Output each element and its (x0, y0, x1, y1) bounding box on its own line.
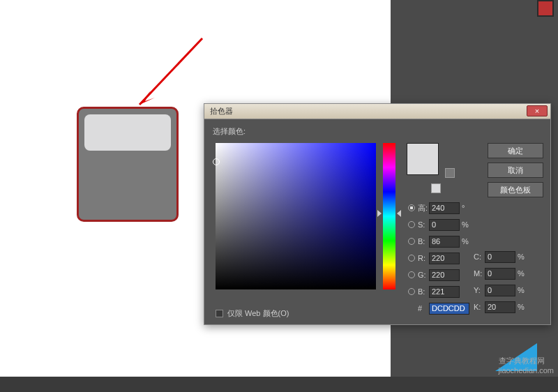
hex-input[interactable] (429, 303, 469, 315)
dialog-titlebar[interactable]: 拾色器 × (204, 104, 550, 119)
color-picker-dialog: 拾色器 × 选择颜色: 确定 取消 颜色色板 高:° S:% B:% R: G:… (204, 103, 551, 325)
hue-slider[interactable] (383, 143, 395, 289)
r-radio[interactable] (408, 255, 415, 262)
r-input[interactable] (429, 252, 460, 264)
b2-input[interactable] (429, 286, 460, 298)
h-radio[interactable] (408, 204, 415, 211)
c-unit: % (518, 252, 527, 261)
c-label: C: (474, 252, 485, 261)
h-unit: ° (462, 204, 472, 212)
web-colors-label: 仅限 Web 颜色(O) (227, 308, 289, 319)
sv-cursor-icon (213, 158, 220, 165)
b2-radio[interactable] (408, 288, 415, 295)
b-unit: % (462, 237, 472, 246)
watermark-line: 查字典教程网 (499, 356, 555, 366)
b2-label: B: (418, 287, 429, 296)
c-input[interactable] (485, 251, 515, 263)
hue-pointer-right-icon (397, 210, 401, 217)
web-colors-checkbox[interactable] (216, 310, 223, 317)
swatches-button[interactable]: 颜色色板 (488, 182, 543, 197)
swatch-new (407, 144, 438, 159)
y-label: Y: (474, 286, 485, 294)
m-label: M: (474, 269, 485, 278)
s-input[interactable] (429, 219, 460, 231)
b-input[interactable] (429, 236, 460, 248)
watermark-text: 查字典教程网 jiaochedian.com (499, 356, 555, 375)
s-label: S: (418, 220, 429, 229)
g-input[interactable] (429, 269, 460, 281)
b-radio[interactable] (408, 238, 415, 245)
close-button[interactable]: × (527, 105, 548, 116)
color-swatch[interactable] (407, 143, 439, 175)
ok-button[interactable]: 确定 (488, 143, 543, 158)
m-input[interactable] (485, 268, 515, 280)
drawn-rect-shape[interactable] (77, 107, 179, 222)
h-label: 高: (418, 203, 429, 213)
k-label: K: (474, 303, 485, 311)
status-bar (0, 377, 558, 392)
shape-highlight-region (84, 114, 171, 151)
y-unit: % (518, 286, 527, 294)
b-label: B: (418, 237, 429, 246)
hex-label: # (418, 304, 429, 312)
cmyk-fields: C:% M:% Y:% K:% (474, 249, 527, 316)
dialog-buttons: 确定 取消 颜色色板 (488, 143, 543, 202)
watermark-line: jiaochedian.com (499, 366, 555, 375)
k-input[interactable] (485, 301, 515, 313)
dialog-title: 拾色器 (210, 107, 233, 115)
hue-pointer-left-icon (377, 210, 382, 217)
dialog-body: 选择颜色: 确定 取消 颜色色板 高:° S:% B:% R: G: B: # (204, 119, 550, 326)
sv-picker[interactable] (216, 143, 376, 289)
swatch-old (407, 159, 438, 174)
toolbox-icon[interactable] (537, 0, 554, 17)
h-input[interactable] (429, 202, 460, 214)
gamut-warning-icon[interactable] (445, 168, 455, 178)
r-label: R: (418, 254, 429, 262)
cancel-button[interactable]: 取消 (488, 163, 543, 178)
m-unit: % (518, 269, 527, 278)
hsb-rgb-fields: 高:° S:% B:% R: G: B: # (408, 200, 472, 317)
s-radio[interactable] (408, 221, 415, 228)
g-radio[interactable] (408, 271, 415, 278)
websafe-swatch-icon[interactable] (431, 183, 441, 193)
web-colors-row: 仅限 Web 颜色(O) (216, 308, 289, 319)
y-input[interactable] (485, 285, 515, 296)
k-unit: % (518, 303, 527, 311)
s-unit: % (462, 220, 472, 229)
g-label: G: (418, 271, 429, 279)
select-color-label: 选择颜色: (213, 126, 542, 137)
